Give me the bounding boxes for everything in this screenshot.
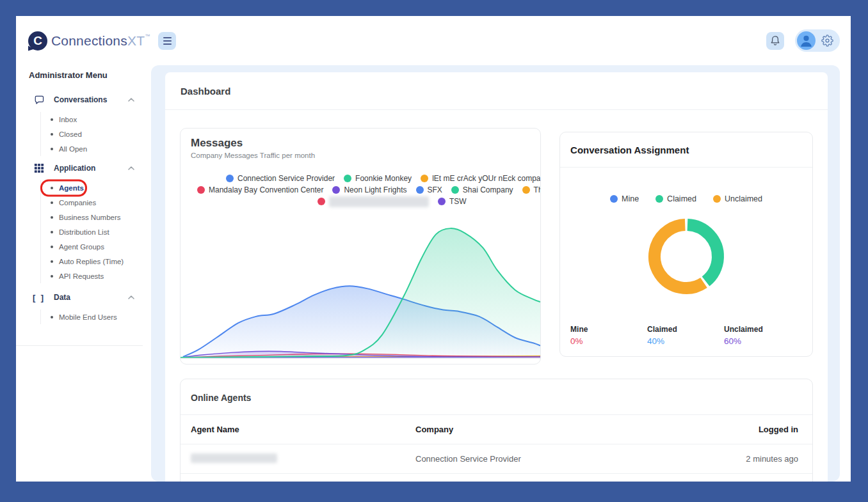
conversations-submenu: Inbox Closed All Open [40,112,151,156]
dashboard-header: Dashboard [165,72,828,110]
menu-icon [163,37,172,38]
legend-dot-icon [332,186,340,194]
donut-legend-item[interactable]: Unclaimed [713,194,762,203]
legend-item[interactable]: The Ch [522,185,542,194]
sidebar-item-label: Agent Groups [59,243,104,251]
agent-company-cell: Connection Service Provider [415,454,696,464]
agents-table-row[interactable]: Connection Service Provider 2 minutes ag… [181,444,812,474]
bullet-icon [51,201,53,204]
sidebar-item-label: Companies [59,199,96,207]
agents-table-row-clipped [181,474,812,482]
legend-dot-icon [451,186,459,194]
legend-item[interactable] [317,196,429,207]
donut-legend-item[interactable]: Claimed [655,194,696,203]
legend-item[interactable]: TSW [438,197,467,206]
legend-dot-icon [713,195,721,203]
notifications-button[interactable] [766,32,784,50]
logo[interactable]: C ConnectionsXT™ [28,31,150,51]
chat-icon [33,94,45,106]
legend-dot-icon [344,175,351,182]
sidebar-item-auto-replies[interactable]: Auto Replies (Time) [41,254,151,269]
app-window: C ConnectionsXT™ [16,16,851,482]
bullet-icon [51,246,53,248]
legend-item[interactable]: Neon Light Frights [332,185,406,194]
sidebar-item-companies[interactable]: Companies [41,195,151,210]
legend-dot-icon [610,195,618,203]
logo-letter: C [33,34,42,48]
sidebar-item-distribution-list[interactable]: Distribution List [41,224,151,239]
sidebar-section-data[interactable]: [ ] Data [16,286,151,308]
redacted-agent-name [191,453,277,463]
sidebar-item-label: API Requests [59,272,104,280]
sidebar-item-label: Inbox [59,116,77,123]
donut-legend-item[interactable]: Mine [610,194,639,203]
cards-row: Messages Company Messages Traffic per mo… [165,110,828,365]
legend-label: Connection Service Provider [237,174,335,183]
sidebar-item-label: Mobile End Users [59,313,117,321]
chevron-up-icon [128,295,134,299]
stat-value: 60% [724,336,801,346]
sidebar-item-inbox[interactable]: Inbox [41,112,151,127]
legend-item[interactable]: Mandalay Bay Convention Center [197,185,323,194]
sidebar-item-agent-groups[interactable]: Agent Groups [41,239,151,254]
sidebar-item-business-numbers[interactable]: Business Numbers [41,210,151,224]
legend-item[interactable]: Connection Service Provider [226,174,335,183]
stat-claimed: Claimed40% [647,325,724,346]
legend-label: Unclaimed [725,194,762,203]
legend-label: Foonkie Monkey [355,174,412,183]
redacted-legend-label [329,196,429,207]
chevron-up-icon [128,98,134,102]
online-agents-header: Online Agents [181,379,812,415]
legend-label: Claimed [667,194,696,203]
grid-icon [33,162,45,174]
legend-label: The Ch [534,185,542,194]
column-company: Company [415,425,696,434]
bullet-icon [51,260,53,263]
sidebar-item-label: Agents [59,184,84,192]
conversation-assignment-card: Conversation Assignment MineClaimedUncla… [559,132,813,357]
messages-legend-row: TSW [181,196,540,207]
legend-label: SFX [428,185,442,194]
legend-label: Shai Company [463,185,513,194]
legend-item[interactable]: lEt mE crAck yOUr nEck company. [421,174,541,183]
sidebar-item-label: All Open [59,145,87,153]
user-avatar-icon [797,31,816,50]
bullet-icon [51,275,53,278]
sidebar-item-agents[interactable]: Agents [41,180,151,195]
sidebar-section-label: Data [54,293,70,302]
sidebar-section-application[interactable]: Application [16,157,151,179]
bullet-icon [51,187,53,189]
profile-pill [795,29,840,52]
settings-button[interactable] [821,35,833,47]
bullet-icon [51,231,53,233]
legend-label: Mandalay Bay Convention Center [209,185,323,194]
sidebar-section-label: Application [54,164,95,173]
menu-icon-bar [163,40,172,42]
sidebar-item-mobile-end-users[interactable]: Mobile End Users [41,310,151,324]
user-avatar-button[interactable] [797,31,816,50]
menu-icon-bar [163,43,172,45]
online-agents-card: Online Agents Agent Name Company Logged … [180,379,813,482]
dashboard-panel: Dashboard Messages Company Messages Traf… [165,72,828,482]
sidebar-section-conversations[interactable]: Conversations [16,89,151,111]
menu-toggle-button[interactable] [158,32,176,50]
legend-item[interactable]: Foonkie Monkey [344,174,412,183]
legend-item[interactable]: SFX [416,185,442,194]
messages-legend-row: Connection Service ProviderFoonkie Monke… [181,173,540,184]
legend-label: Mine [622,194,639,203]
sidebar-item-label: Business Numbers [59,214,121,221]
messages-legend: Connection Service ProviderFoonkie Monke… [181,173,540,207]
legend-item[interactable]: Shai Company [451,185,513,194]
sidebar-item-api-requests[interactable]: API Requests [41,269,151,283]
sidebar-item-label: Auto Replies (Time) [59,258,124,265]
chevron-up-icon [128,166,134,170]
messages-card: Messages Company Messages Traffic per mo… [180,128,541,365]
stat-label: Unclaimed [724,325,801,334]
bullet-icon [51,216,53,219]
sidebar-item-all-open[interactable]: All Open [41,141,151,156]
donut-stats: Mine0%Claimed40%Unclaimed60% [570,325,802,346]
sidebar-item-closed[interactable]: Closed [41,127,151,141]
sidebar-title: Administrator Menu [29,70,151,82]
sidebar-section-label: Conversations [54,95,107,104]
stat-value: 0% [570,336,647,346]
